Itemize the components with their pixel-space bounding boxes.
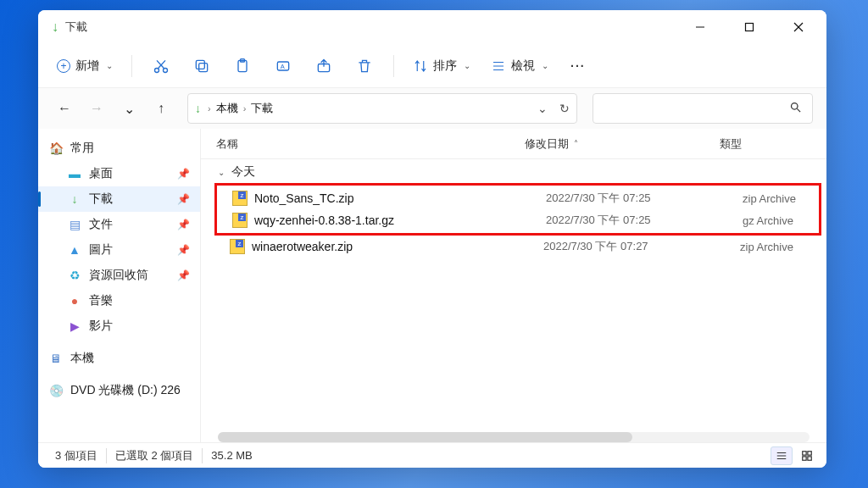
documents-icon: ▤ <box>67 218 82 231</box>
pin-icon: 📌 <box>177 168 190 180</box>
refresh-button[interactable]: ↻ <box>559 102 570 115</box>
nav-bar: ← → ⌄ ↑ ↓ › 本機 › 下載 ⌄ ↻ <box>38 88 826 129</box>
chevron-down-icon: ⌄ <box>464 61 470 70</box>
file-name: winaerotweaker.zip <box>252 240 543 253</box>
download-icon: ↓ <box>52 19 58 35</box>
sidebar-item-pictures[interactable]: ▲ 圖片 📌 <box>38 237 200 263</box>
svg-point-5 <box>164 68 168 72</box>
file-row[interactable]: Noto_Sans_TC.zip 2022/7/30 下午 07:25 zip … <box>219 187 817 209</box>
disc-icon: 💿 <box>48 384 64 397</box>
file-row[interactable]: winaerotweaker.zip 2022/7/30 下午 07:27 zi… <box>216 236 826 258</box>
file-type: zip Archive <box>740 241 793 253</box>
details-view-button[interactable] <box>771 446 793 465</box>
icons-view-button[interactable] <box>796 446 818 465</box>
sidebar-item-music[interactable]: ● 音樂 <box>38 288 200 313</box>
minimize-button[interactable] <box>676 12 725 42</box>
copy-button[interactable] <box>183 51 220 81</box>
window-controls <box>676 12 823 42</box>
toolbar: + 新增 ⌄ A 排序 ⌄ 檢視 ⌄ ··· <box>38 44 826 88</box>
view-button[interactable]: 檢視 ⌄ <box>482 53 557 79</box>
file-date: 2022/7/30 下午 07:25 <box>546 213 743 228</box>
sort-label: 排序 <box>433 58 457 74</box>
status-size: 35.2 MB <box>203 449 260 462</box>
sidebar-item-documents[interactable]: ▤ 文件 📌 <box>38 212 200 237</box>
highlight-box: Noto_Sans_TC.zip 2022/7/30 下午 07:25 zip … <box>214 183 821 236</box>
column-date[interactable]: 修改日期 ˄ <box>525 136 720 152</box>
svg-line-6 <box>159 60 165 68</box>
column-name[interactable]: 名稱 <box>216 136 525 152</box>
svg-rect-23 <box>803 451 806 454</box>
rename-button[interactable]: A <box>264 51 302 81</box>
content-area: 名稱 修改日期 ˄ 類型 ⌄ 今天 Noto_Sans_TC.zip 2022/… <box>201 129 826 442</box>
recent-button[interactable]: ⌄ <box>116 96 142 121</box>
share-button[interactable] <box>305 51 342 81</box>
sort-caret-icon: ˄ <box>574 139 578 148</box>
forward-button[interactable]: → <box>84 96 109 121</box>
file-name: Noto_Sans_TC.zip <box>254 191 546 205</box>
cut-button[interactable] <box>142 51 180 81</box>
search-input[interactable] <box>593 93 813 124</box>
title-bar: ↓ 下載 <box>38 10 826 44</box>
sidebar-label: 文件 <box>89 217 113 232</box>
pin-icon: 📌 <box>177 244 190 256</box>
new-button[interactable]: + 新增 ⌄ <box>48 53 121 79</box>
home-icon: 🏠 <box>48 141 64 155</box>
search-icon <box>789 101 802 116</box>
divider <box>131 55 132 77</box>
music-icon: ● <box>67 294 82 308</box>
divider <box>393 55 394 77</box>
svg-rect-25 <box>803 456 806 459</box>
svg-point-18 <box>792 103 798 110</box>
view-toggles <box>771 446 818 465</box>
paste-button[interactable] <box>224 51 261 81</box>
scrollbar-thumb[interactable] <box>218 432 632 442</box>
svg-line-7 <box>157 60 164 68</box>
status-selection: 已選取 2 個項目 <box>107 448 203 463</box>
file-date: 2022/7/30 下午 07:27 <box>543 239 740 254</box>
sidebar-item-recycle[interactable]: ♻ 資源回收筒 📌 <box>38 263 200 288</box>
more-button[interactable]: ··· <box>560 54 596 78</box>
sort-button[interactable]: 排序 ⌄ <box>404 53 479 79</box>
pin-icon: 📌 <box>177 193 190 205</box>
file-row[interactable]: wqy-zenhei-0.8.38-1.tar.gz 2022/7/30 下午 … <box>219 209 817 231</box>
desktop-icon: ▬ <box>67 167 82 180</box>
window-title: 下載 <box>65 19 87 35</box>
column-type[interactable]: 類型 <box>720 136 742 152</box>
svg-line-19 <box>797 108 800 112</box>
sidebar-label: 本機 <box>70 351 94 366</box>
svg-rect-1 <box>746 24 754 31</box>
address-bar[interactable]: ↓ › 本機 › 下載 ⌄ ↻ <box>187 93 577 124</box>
chevron-down-icon[interactable]: ⌄ <box>537 102 548 115</box>
download-icon: ↓ <box>195 102 201 115</box>
sidebar-item-quickaccess[interactable]: 🏠 常用 <box>38 136 200 161</box>
archive-icon <box>230 239 245 254</box>
video-icon: ▶ <box>67 319 82 333</box>
up-button[interactable]: ↑ <box>148 96 174 121</box>
maximize-button[interactable] <box>725 12 774 42</box>
file-group[interactable]: ⌄ 今天 <box>201 159 826 180</box>
breadcrumb-item[interactable]: 本機 <box>213 101 242 116</box>
close-button[interactable] <box>774 12 823 42</box>
file-type: gz Archive <box>743 214 793 227</box>
sidebar-label: 音樂 <box>89 293 113 308</box>
breadcrumb-item[interactable]: 下載 <box>248 101 276 116</box>
sidebar-item-thispc[interactable]: 🖥 本機 <box>38 346 200 371</box>
new-label: 新增 <box>75 58 99 74</box>
file-explorer-window: ↓ 下載 + 新增 ⌄ A 排序 ⌄ 檢視 ⌄ ··· <box>38 10 826 468</box>
status-bar: 3 個項目 已選取 2 個項目 35.2 MB <box>38 442 826 468</box>
svg-rect-9 <box>196 60 204 69</box>
chevron-down-icon: ⌄ <box>218 168 225 177</box>
horizontal-scrollbar[interactable] <box>218 432 810 442</box>
sidebar-item-dvd[interactable]: 💿 DVD 光碟機 (D:) 226 <box>38 378 200 403</box>
sidebar-item-downloads[interactable]: ↓ 下載 📌 <box>38 186 200 212</box>
svg-rect-24 <box>808 451 811 454</box>
sidebar-item-videos[interactable]: ▶ 影片 <box>38 313 200 339</box>
file-name: wqy-zenhei-0.8.38-1.tar.gz <box>254 214 546 227</box>
sidebar-item-desktop[interactable]: ▬ 桌面 📌 <box>38 161 200 186</box>
svg-rect-8 <box>199 63 208 71</box>
pin-icon: 📌 <box>177 219 190 230</box>
svg-rect-26 <box>808 456 811 459</box>
back-button[interactable]: ← <box>52 96 77 121</box>
file-type: zip Archive <box>743 192 796 205</box>
delete-button[interactable] <box>346 51 383 81</box>
